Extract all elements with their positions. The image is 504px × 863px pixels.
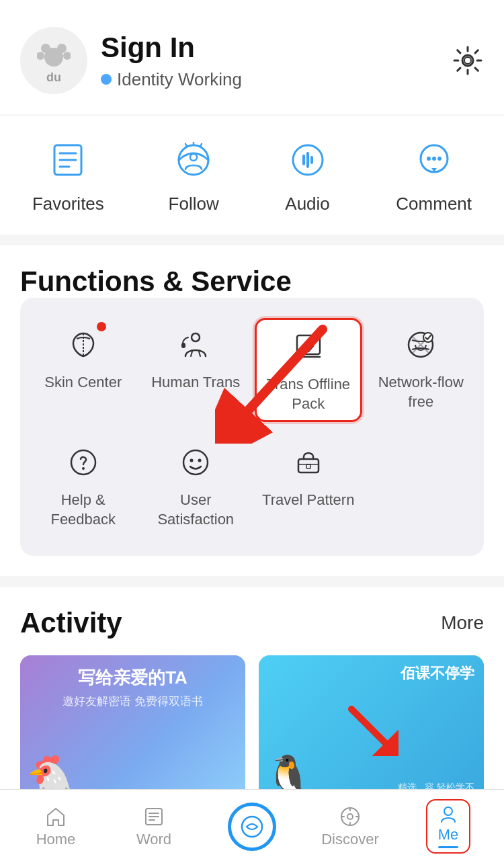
nav-me-label: Me <box>438 826 459 844</box>
functions-row-1: Skin Center Human Trans <box>27 311 477 429</box>
svg-line-15 <box>200 144 202 147</box>
user-satisfaction-icon <box>175 442 216 483</box>
nav-word[interactable]: Word <box>105 805 203 848</box>
me-icon <box>438 805 458 825</box>
svg-point-33 <box>190 459 194 462</box>
skin-center-icon <box>63 325 103 365</box>
function-human-trans[interactable]: Human Trans <box>142 318 249 422</box>
favorites-label: Favorites <box>32 194 104 214</box>
activity-title: Activity <box>20 607 122 639</box>
human-trans-label: Human Trans <box>151 373 240 393</box>
nav-home[interactable]: Home <box>7 805 105 848</box>
activity-header: Activity More <box>20 607 484 639</box>
svg-point-3 <box>37 52 44 60</box>
svg-rect-19 <box>310 156 313 164</box>
functions-grid: Skin Center Human Trans <box>20 298 484 556</box>
svg-rect-25 <box>181 343 185 348</box>
human-trans-icon <box>175 325 216 365</box>
svg-rect-37 <box>306 464 310 468</box>
svg-point-21 <box>427 157 431 161</box>
nav-discover-label: Discover <box>321 831 379 848</box>
svg-point-48 <box>347 814 353 819</box>
network-flow-free-icon <box>401 325 441 365</box>
bottom-nav: Home Word Discover <box>0 789 504 863</box>
functions-row-2: Help & Feedback User Satisfaction <box>27 429 477 542</box>
nav-center[interactable] <box>203 803 301 851</box>
gear-icon[interactable] <box>452 44 484 77</box>
action-favorites[interactable]: Favorites <box>32 136 104 214</box>
nav-me-underline <box>438 846 458 848</box>
favorites-icon <box>44 136 92 184</box>
word-icon <box>142 805 165 828</box>
svg-point-32 <box>183 450 208 475</box>
help-feedback-label: Help & Feedback <box>36 491 130 529</box>
network-flow-free-label: Network-flow free <box>374 373 468 411</box>
svg-point-31 <box>82 467 85 470</box>
nav-home-label: Home <box>36 831 76 848</box>
audio-label: Audio <box>285 194 330 214</box>
svg-point-53 <box>444 807 452 815</box>
svg-point-6 <box>464 57 471 64</box>
comment-icon <box>410 136 458 184</box>
follow-icon <box>169 136 218 184</box>
avatar-du-text: du <box>46 71 61 85</box>
trans-offline-pack-icon <box>288 327 329 367</box>
functions-section: Functions & Service Skin Center <box>0 245 504 576</box>
identity-label: Identity Working <box>117 69 242 90</box>
identity-dot <box>101 74 112 85</box>
audio-icon <box>284 136 332 184</box>
nav-center-circle[interactable] <box>228 803 276 851</box>
translate-icon <box>240 815 264 839</box>
paw-icon <box>37 37 71 71</box>
avatar-inner: du <box>37 37 71 85</box>
svg-point-4 <box>63 52 71 60</box>
svg-point-1 <box>41 44 50 53</box>
svg-rect-35 <box>298 459 319 472</box>
svg-point-23 <box>437 157 442 161</box>
activity-cards: 写给亲爱的TA 邀好友解密语 免费得双语书 🐔 佰课不停学 精选...容 轻松学… <box>20 655 484 803</box>
comment-label: Comment <box>396 194 472 214</box>
nav-me[interactable]: Me <box>399 799 497 854</box>
function-travel-pattern[interactable]: Travel Pattern <box>255 436 362 536</box>
activity-card-1[interactable]: 写给亲爱的TA 邀好友解密语 免费得双语书 🐔 <box>20 655 245 803</box>
nav-me-box: Me <box>426 799 471 854</box>
action-comment[interactable]: Comment <box>396 136 472 214</box>
svg-point-46 <box>242 817 262 837</box>
svg-point-22 <box>432 157 436 161</box>
follow-label: Follow <box>169 194 219 214</box>
svg-point-12 <box>190 154 197 161</box>
card2-title: 佰课不停学 <box>401 663 474 684</box>
discover-icon <box>339 805 362 828</box>
function-help-feedback[interactable]: Help & Feedback <box>30 436 137 536</box>
svg-line-14 <box>185 144 187 147</box>
svg-point-2 <box>57 44 67 53</box>
home-icon <box>44 805 67 828</box>
skin-center-dot <box>97 322 106 331</box>
svg-rect-17 <box>302 155 305 165</box>
function-user-satisfaction[interactable]: User Satisfaction <box>142 436 249 536</box>
action-follow[interactable]: Follow <box>169 136 219 214</box>
avatar[interactable]: du <box>20 27 87 94</box>
sign-in-label[interactable]: Sign In <box>101 32 242 64</box>
svg-point-24 <box>192 333 200 341</box>
more-link[interactable]: More <box>441 612 484 634</box>
user-satisfaction-label: User Satisfaction <box>149 491 243 529</box>
nav-discover[interactable]: Discover <box>301 805 399 848</box>
header-info: Sign In Identity Working <box>101 32 242 90</box>
action-audio[interactable]: Audio <box>284 136 332 214</box>
quick-actions: Favorites Follow <box>0 116 504 235</box>
functions-title: Functions & Service <box>20 265 292 297</box>
function-skin-center[interactable]: Skin Center <box>30 318 137 422</box>
function-trans-offline-pack[interactable]: Trans Offline Pack <box>255 318 362 422</box>
travel-pattern-icon <box>288 442 329 483</box>
activity-card-2[interactable]: 佰课不停学 精选...容 轻松学不 🐧 <box>259 655 484 803</box>
function-network-flow-free[interactable]: Network-flow free <box>367 318 474 422</box>
settings-icon-svg <box>452 44 484 77</box>
activity-section: Activity More 写给亲爱的TA 邀好友解密语 免费得双语书 🐔 佰课… <box>0 587 504 803</box>
header: du Sign In Identity Working <box>0 0 504 114</box>
svg-rect-18 <box>306 152 309 168</box>
svg-point-34 <box>198 459 202 462</box>
travel-pattern-label: Travel Pattern <box>262 491 354 510</box>
skin-center-label: Skin Center <box>44 373 122 393</box>
header-left: du Sign In Identity Working <box>20 27 242 94</box>
